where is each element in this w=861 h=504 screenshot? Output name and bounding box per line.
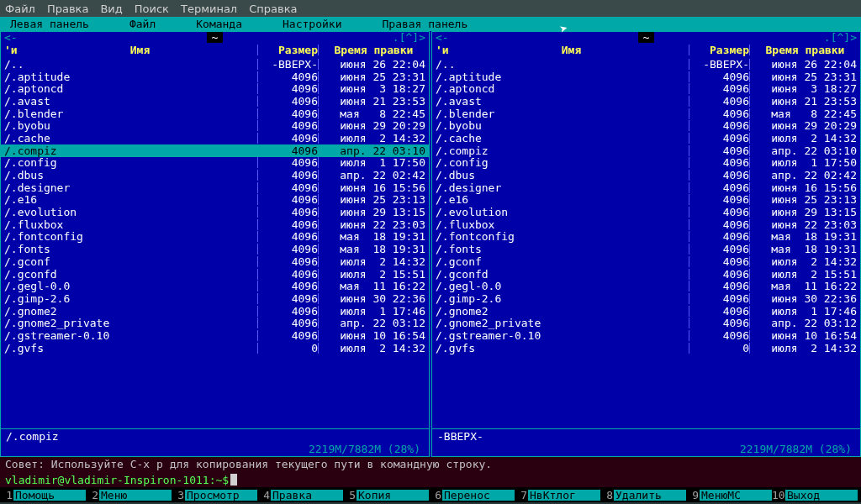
chevron-up-icon[interactable]: .[^]> (393, 32, 425, 43)
list-item[interactable]: /.gnome2_private4096апр. 22 03:12 (1, 317, 429, 329)
list-item[interactable]: /.designer4096июня 16 15:56 (432, 181, 860, 194)
fkey-7[interactable]: 7НвКтлог (515, 487, 600, 502)
window-menu-item[interactable]: Файл (5, 3, 35, 14)
file-name: /.byobu (4, 120, 257, 131)
window-menu-item[interactable]: Поиск (135, 3, 169, 14)
list-item[interactable]: /.fontconfig4096мая 18 19:31 (1, 231, 429, 244)
list-item[interactable]: /.blender4096мая 8 22:45 (1, 108, 429, 120)
col-name[interactable]: Имя (23, 45, 257, 55)
col-time[interactable]: Время правки (749, 45, 857, 55)
list-item[interactable]: /.gegl-0.04096мая 11 16:22 (432, 280, 860, 292)
list-item[interactable]: /.config4096июля 1 17:50 (1, 157, 429, 170)
chevron-up-icon[interactable]: .[^]> (824, 32, 857, 43)
chevron-left-icon[interactable]: <- (4, 32, 18, 43)
list-item[interactable]: /.dbus4096апр. 22 02:42 (1, 169, 429, 181)
function-key-bar[interactable]: 1Помощь2Меню3Просмотр4Правка5Копия6Перен… (0, 487, 861, 502)
col-size[interactable]: Размер (257, 45, 318, 55)
list-item[interactable]: /.fonts4096мая 18 19:31 (1, 243, 429, 255)
window-menu-item[interactable]: Вид (100, 3, 122, 14)
left-panel[interactable]: <- ~ .[^]> 'и Имя Размер Время правки /.… (0, 31, 430, 457)
list-item[interactable]: /.compiz4096апр. 22 03:10 (432, 144, 860, 157)
fkey-6[interactable]: 6Перенос (429, 487, 515, 502)
list-item[interactable]: /.gconfd4096июля 2 15:51 (1, 268, 429, 281)
mc-menu-item[interactable]: Команда (193, 18, 246, 29)
list-item[interactable]: /.config4096июля 1 17:50 (432, 157, 860, 170)
list-item[interactable]: /.e164096июня 25 23:13 (432, 194, 860, 207)
list-item[interactable]: /.cache4096июля 2 14:32 (1, 132, 429, 144)
list-item[interactable]: /.fluxbox4096июня 22 23:03 (432, 218, 860, 231)
list-item[interactable]: /.blender4096мая 8 22:45 (432, 108, 860, 120)
fkey-2[interactable]: 2Меню (86, 487, 172, 502)
prompt-text: vladimir@vladimir-Inspiron-1011:~$ (5, 475, 229, 486)
left-path[interactable]: ~ (207, 32, 224, 43)
list-item[interactable]: /.aptoncd4096июня 3 18:27 (1, 82, 429, 95)
mc-menubar[interactable]: Левая панельФайлКомандаНастройкиПравая п… (0, 17, 861, 31)
file-size: 0 (257, 343, 318, 354)
list-item[interactable]: /.gvfs0июля 2 14:32 (1, 342, 429, 354)
list-item[interactable]: /.avast4096июня 21 23:53 (432, 95, 860, 108)
shell-prompt[interactable]: vladimir@vladimir-Inspiron-1011:~$ (0, 472, 861, 487)
mc-menu-item[interactable]: Файл (126, 18, 159, 29)
list-item[interactable]: /.aptitude4096июня 25 23:31 (432, 71, 860, 83)
window-menu-item[interactable]: Справка (249, 3, 297, 14)
file-name: /.dbus (436, 170, 689, 181)
col-time[interactable]: Время правки (318, 45, 425, 55)
list-item[interactable]: /.fluxbox4096июня 22 23:03 (1, 218, 429, 231)
list-item[interactable]: /.byobu4096июня 29 20:29 (432, 119, 860, 132)
col-mark[interactable]: 'и (436, 45, 454, 55)
list-item[interactable]: /.gimp-2.64096июня 30 22:36 (432, 292, 860, 305)
list-item[interactable]: /.gnome24096июля 1 17:46 (1, 305, 429, 318)
list-item[interactable]: /.avast4096июня 21 23:53 (1, 95, 429, 108)
mc-menu-item[interactable]: Правая панель (378, 18, 471, 29)
list-item[interactable]: /.gconf4096июля 2 14:32 (432, 255, 860, 268)
file-size: 4096 (689, 182, 749, 193)
mc-menu-item[interactable]: Настройки (279, 18, 345, 29)
file-size: 4096 (257, 269, 318, 280)
col-size[interactable]: Размер (689, 45, 749, 55)
list-item[interactable]: /.compiz4096апр. 22 03:10 (1, 144, 429, 157)
list-item[interactable]: /.gvfs0июля 2 14:32 (432, 342, 860, 354)
list-item[interactable]: /.evolution4096июня 29 13:15 (432, 206, 860, 218)
right-file-list[interactable]: /..-ВВЕРХ-июня 26 22:04/.aptitude4096июн… (432, 58, 860, 428)
fkey-1[interactable]: 1Помощь (0, 487, 86, 502)
list-item[interactable]: /.e164096июня 25 23:13 (1, 194, 429, 207)
fkey-4[interactable]: 4Правка (257, 487, 343, 502)
file-name: /.dbus (4, 170, 257, 181)
list-item[interactable]: /.cache4096июля 2 14:32 (432, 132, 860, 144)
left-file-list[interactable]: /..-ВВЕРХ-июня 26 22:04/.aptitude4096июн… (1, 58, 429, 428)
list-item[interactable]: /.dbus4096апр. 22 02:42 (432, 169, 860, 181)
list-item[interactable]: /.designer4096июня 16 15:56 (1, 181, 429, 194)
window-menu-item[interactable]: Терминал (181, 3, 237, 14)
chevron-left-icon[interactable]: <- (436, 32, 449, 43)
list-item[interactable]: /.evolution4096июня 29 13:15 (1, 206, 429, 218)
list-item[interactable]: /..-ВВЕРХ-июня 26 22:04 (432, 58, 860, 71)
right-path[interactable]: ~ (638, 32, 655, 43)
list-item[interactable]: /..-ВВЕРХ-июня 26 22:04 (1, 58, 429, 71)
mc-menu-item[interactable]: Левая панель (7, 18, 92, 29)
list-item[interactable]: /.gnome2_private4096апр. 22 03:12 (432, 317, 860, 329)
col-name[interactable]: Имя (454, 45, 689, 55)
list-item[interactable]: /.fontconfig4096мая 18 19:31 (432, 231, 860, 244)
fkey-3[interactable]: 3Просмотр (172, 487, 257, 502)
list-item[interactable]: /.gconfd4096июля 2 15:51 (432, 268, 860, 281)
list-item[interactable]: /.byobu4096июня 29 20:29 (1, 119, 429, 132)
window-menu-item[interactable]: Правка (47, 3, 88, 14)
list-item[interactable]: /.gnome24096июля 1 17:46 (432, 305, 860, 318)
list-item[interactable]: /.gstreamer-0.104096июня 10 16:54 (432, 329, 860, 342)
list-item[interactable]: /.gconf4096июля 2 14:32 (1, 255, 429, 268)
fkey-9[interactable]: 9МенюMC (686, 487, 772, 502)
list-item[interactable]: /.gegl-0.04096мая 11 16:22 (1, 280, 429, 292)
fkey-10[interactable]: 10Выход (772, 487, 858, 502)
fkey-5[interactable]: 5Копия (343, 487, 429, 502)
fkey-8[interactable]: 8Удалить (600, 487, 686, 502)
file-size: 4096 (257, 231, 318, 242)
file-mtime: июля 2 14:32 (318, 256, 425, 267)
col-mark[interactable]: 'и (4, 45, 23, 55)
list-item[interactable]: /.aptitude4096июня 25 23:31 (1, 71, 429, 83)
list-item[interactable]: /.gstreamer-0.104096июня 10 16:54 (1, 329, 429, 342)
file-size: 4096 (689, 219, 749, 230)
list-item[interactable]: /.fonts4096мая 18 19:31 (432, 243, 860, 255)
list-item[interactable]: /.aptoncd4096июня 3 18:27 (432, 82, 860, 95)
right-panel[interactable]: <- ~ .[^]> 'и Имя Размер Время правки /.… (431, 31, 861, 457)
list-item[interactable]: /.gimp-2.64096июня 30 22:36 (1, 292, 429, 305)
